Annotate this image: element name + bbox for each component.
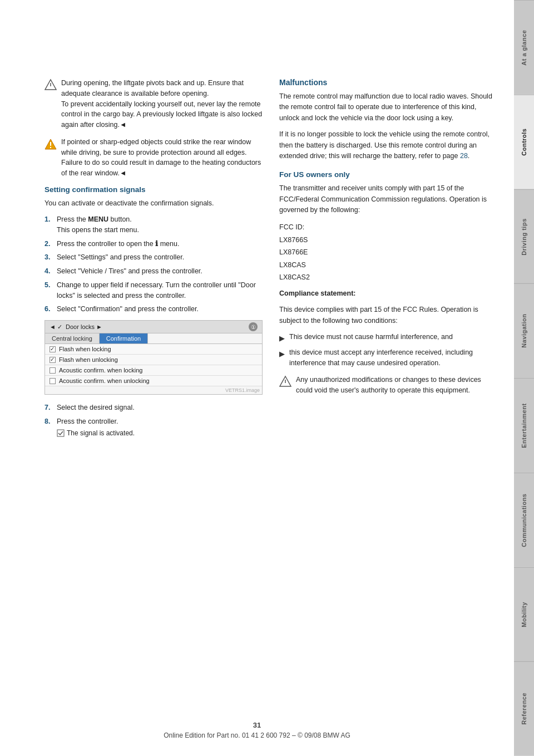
sidebar-tab-controls[interactable]: Controls — [514, 95, 534, 189]
warning-triangle-icon — [44, 138, 57, 150]
step-1-num: 1. — [44, 214, 53, 235]
screenshot-header-left: ◄ ✓ Door locks ► — [50, 323, 102, 331]
sidebar-tab-reference[interactable]: Reference — [514, 661, 534, 756]
fcc-line-4: LX8CAS2 — [279, 271, 497, 284]
step-5-num: 5. — [44, 280, 53, 301]
step-5: 5. Change to upper field if necessary. T… — [44, 280, 263, 301]
footer: 31 Online Edition for Part no. 01 41 2 6… — [0, 721, 514, 739]
for-us-heading: For US owners only — [279, 170, 497, 179]
step-3: 3. Select "Settings" and press the contr… — [44, 252, 263, 263]
compliance-label: Compliance statement: — [279, 288, 497, 299]
sidebar-tab-driving-tips[interactable]: Driving tips — [514, 189, 534, 284]
label-acoustic-unlocking: Acoustic confirm. when unlocking — [59, 377, 150, 384]
steps-list: 1. Press the MENU button.This opens the … — [44, 214, 263, 315]
step-2-content: Press the controller to open the ℹ menu. — [57, 239, 263, 249]
fcc-line-3: LX8CAS — [279, 259, 497, 272]
bullet-triangle-1: ▶ — [279, 333, 285, 344]
compliance-text: This device complies with part 15 of the… — [279, 305, 497, 326]
sidebar-tab-entertainment[interactable]: Entertainment — [514, 378, 534, 473]
bullet-text-1: This device must not cause harmful inter… — [289, 332, 453, 342]
setting-intro: You can activate or deactivate the confi… — [44, 198, 263, 209]
sidebar-tab-mobility[interactable]: Mobility — [514, 567, 534, 662]
screenshot-row-acoustic-locking: Acoustic confirm. when locking — [45, 365, 262, 376]
fcc-line-2: LX8766E — [279, 246, 497, 259]
fcc-line-1: LX8766S — [279, 234, 497, 247]
checkbox-acoustic-unlocking[interactable] — [50, 378, 56, 384]
right-column: Malfunctions The remote control may malf… — [279, 78, 497, 441]
sidebar: At a glance Controls Driving tips Naviga… — [514, 0, 534, 756]
step-1-content: Press the MENU button.This opens the sta… — [57, 214, 263, 235]
modifications-notice-text: Any unauthorized modifications or change… — [296, 375, 497, 396]
for-us-text: The transmitter and receiver units compl… — [279, 183, 497, 215]
sidebar-tab-navigation[interactable]: Navigation — [514, 283, 534, 378]
setting-confirmation-heading: Setting confirmation signals — [44, 185, 263, 194]
malfunctions-text2: If it is no longer possible to lock the … — [279, 129, 497, 161]
label-flash-unlocking: Flash when unlocking — [59, 356, 118, 363]
svg-point-4 — [50, 147, 51, 148]
fcc-line-0: FCC ID: — [279, 221, 497, 234]
step-7: 7. Select the desired signal. — [44, 402, 263, 413]
step-4-num: 4. — [44, 266, 53, 277]
liftgate-notice-text: During opening, the liftgate pivots back… — [61, 78, 263, 130]
page-number: 31 — [0, 721, 514, 729]
liftgate-notice: During opening, the liftgate pivots back… — [44, 78, 263, 130]
screenshot-box: ◄ ✓ Door locks ► ① Central locking Confi… — [44, 320, 263, 395]
step-2-num: 2. — [44, 239, 53, 249]
sidebar-tab-at-a-glance[interactable]: At a glance — [514, 0, 534, 95]
sidebar-tab-communications[interactable]: Communications — [514, 473, 534, 567]
label-acoustic-locking: Acoustic confirm. when locking — [59, 367, 142, 374]
step-4-content: Select "Vehicle / Tires" and press the c… — [57, 266, 263, 277]
step-1: 1. Press the MENU button.This opens the … — [44, 214, 263, 235]
bullet-item-2: ▶ this device must accept any interferen… — [279, 347, 497, 369]
step-8: 8. Press the controller. The signal is a… — [44, 416, 263, 438]
step-8-num: 8. — [44, 416, 53, 427]
step-4: 4. Select "Vehicle / Tires" and press th… — [44, 266, 263, 277]
svg-rect-5 — [57, 430, 64, 436]
checkbox-acoustic-locking[interactable] — [50, 367, 56, 374]
warning-box: If pointed or sharp-edged objects could … — [44, 137, 263, 179]
step-5-content: Change to upper field if necessary. Turn… — [57, 280, 263, 301]
bullet-text-2: this device must accept any interference… — [289, 347, 497, 369]
step-7-content: Select the desired signal. — [57, 402, 263, 413]
checkbox-flash-unlocking[interactable] — [50, 357, 56, 363]
warning-text: If pointed or sharp-edged objects could … — [61, 137, 263, 179]
checkmark-icon — [57, 429, 65, 437]
step-8-content: Press the controller. The signal is acti… — [57, 416, 263, 438]
step-6-content: Select "Confirmation" and press the cont… — [57, 304, 263, 315]
left-column: During opening, the liftgate pivots back… — [44, 78, 263, 441]
screenshot-row-flash-unlocking: Flash when unlocking — [45, 355, 262, 365]
screenshot-row-acoustic-unlocking: Acoustic confirm. when unlocking — [45, 376, 262, 386]
screenshot-tab-confirmation[interactable]: Confirmation — [100, 333, 148, 343]
notice-triangle-icon-2 — [279, 375, 291, 387]
fcc-id-block: FCC ID: LX8766S LX8766E LX8CAS LX8CAS2 — [279, 221, 497, 284]
footer-text: Online Edition for Part no. 01 41 2 600 … — [0, 732, 514, 739]
main-content: During opening, the liftgate pivots back… — [0, 0, 514, 756]
notice-triangle-icon — [44, 78, 57, 91]
screenshot-header-right: ① — [249, 322, 258, 331]
screenshot-watermark: VETRS1.image — [45, 386, 262, 394]
step-6-num: 6. — [44, 304, 53, 315]
step-3-num: 3. — [44, 252, 53, 263]
step-2: 2. Press the controller to open the ℹ me… — [44, 239, 263, 249]
step-6: 6. Select "Confirmation" and press the c… — [44, 304, 263, 315]
page-ref-link[interactable]: 28 — [460, 152, 468, 160]
screenshot-row-flash-locking: Flash when locking — [45, 344, 262, 355]
label-flash-locking: Flash when locking — [59, 346, 111, 352]
screenshot-header: ◄ ✓ Door locks ► ① — [45, 321, 262, 333]
modifications-notice: Any unauthorized modifications or change… — [279, 375, 497, 396]
malfunctions-text1: The remote control may malfunction due t… — [279, 91, 497, 124]
malfunctions-heading: Malfunctions — [279, 78, 497, 87]
bullet-item-1: ▶ This device must not cause harmful int… — [279, 332, 497, 344]
step-7-num: 7. — [44, 402, 53, 413]
screenshot-tabs: Central locking Confirmation — [45, 333, 262, 344]
bullet-triangle-2: ▶ — [279, 349, 285, 360]
step-8-checkmark: The signal is activated. — [57, 428, 263, 438]
screenshot-tab-central-locking[interactable]: Central locking — [45, 333, 100, 343]
step-3-content: Select "Settings" and press the controll… — [57, 252, 263, 263]
checkbox-flash-locking[interactable] — [50, 346, 56, 352]
